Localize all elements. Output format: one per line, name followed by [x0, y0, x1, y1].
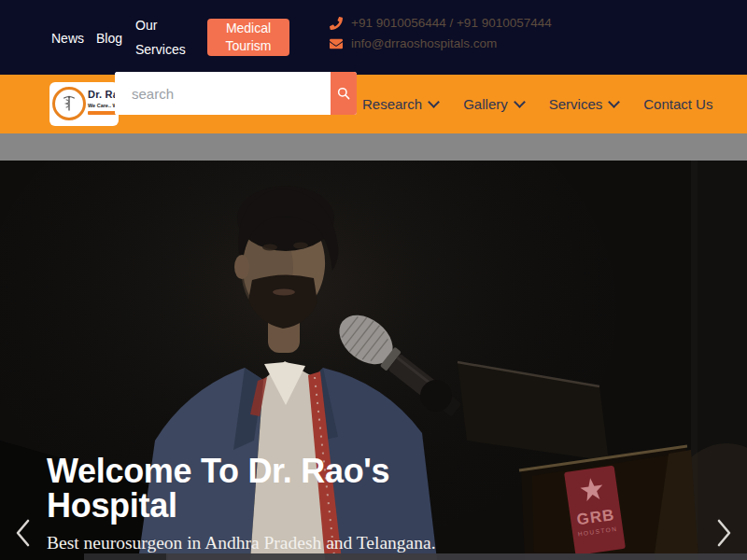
email-row[interactable]: info@drraoshospitals.com — [330, 36, 552, 50]
nav-item-research[interactable]: Research — [362, 96, 438, 112]
page: News Blog Our Services Medical Tourism +… — [0, 0, 747, 560]
mail-icon — [330, 37, 343, 50]
hero-subtitle: Best neurosurgeon in Andhra Pradesh and … — [47, 533, 436, 553]
nav-item-contact-us[interactable]: Contact Us — [643, 96, 712, 112]
nav-item-label: Contact Us — [643, 96, 712, 112]
nav-item-label: Services — [549, 96, 603, 112]
topbar-link-blog[interactable]: Blog — [96, 31, 122, 46]
medical-tourism-button[interactable]: Medical Tourism — [207, 19, 289, 56]
chevron-left-icon — [7, 513, 39, 551]
phone-icon — [330, 17, 343, 30]
chevron-down-icon — [428, 96, 440, 108]
nav-item-gallery[interactable]: Gallery — [463, 96, 524, 112]
topbar-link-news[interactable]: News — [51, 31, 84, 46]
search-bar — [115, 72, 357, 115]
search-button[interactable] — [331, 72, 357, 115]
chevron-right-icon — [708, 513, 740, 551]
separator-band — [0, 133, 747, 161]
logo-tagline: We Care.. W — [88, 103, 118, 108]
hero-title: Welcome To Dr. Rao's Hospital — [47, 454, 476, 524]
caduceus-icon — [52, 87, 86, 120]
chevron-down-icon — [608, 96, 620, 108]
topbar-link-our-services[interactable]: Our Services — [135, 13, 188, 62]
phone-row[interactable]: +91 9010056444 / +91 9010057444 — [330, 16, 552, 30]
main-nav-links: Research Gallery Services Contact Us — [362, 75, 712, 133]
nav-item-services[interactable]: Services — [549, 96, 619, 112]
hero-slider: GRB HOUSTON Welcome To Dr. Rao's Hospita… — [0, 161, 747, 560]
phone-numbers: +91 9010056444 / +91 9010057444 — [351, 16, 552, 30]
email-address: info@drraoshospitals.com — [351, 36, 497, 50]
contact-info: +91 9010056444 / +91 9010057444 info@drr… — [330, 16, 552, 50]
search-input[interactable] — [115, 72, 331, 115]
logo-accent-bar — [88, 111, 116, 115]
nav-item-label: Research — [362, 96, 422, 112]
nav-item-label: Gallery — [463, 96, 508, 112]
top-utility-bar: News Blog Our Services Medical Tourism +… — [0, 0, 747, 75]
search-icon — [336, 86, 351, 101]
slider-next-button[interactable] — [708, 513, 740, 551]
slider-prev-button[interactable] — [7, 513, 39, 551]
hospital-logo[interactable]: Dr. Ra We Care.. W — [49, 82, 119, 126]
chevron-down-icon — [514, 96, 526, 108]
